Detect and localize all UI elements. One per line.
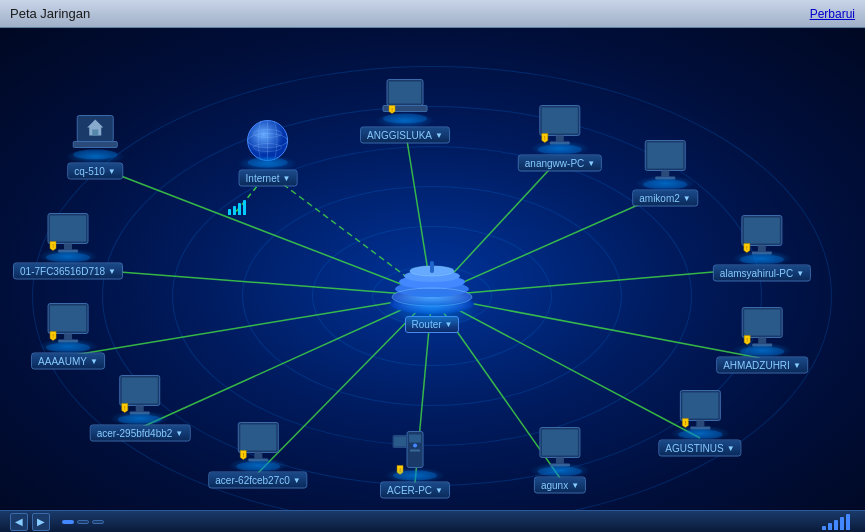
node-ahmadzuhri: ! AHMADZUHRI ▼ (716, 307, 808, 374)
svg-line-5 (432, 268, 760, 296)
node-alamsyahirul-pc: ! alamsyahirul-PC ▼ (713, 215, 811, 282)
nav-prev[interactable]: ◀ (10, 513, 28, 531)
refresh-link[interactable]: Perbarui (810, 7, 855, 21)
node-aaaaumy: ! AAAAUMY ▼ (31, 303, 105, 370)
node-label-01-7fc[interactable]: 01-7FC36516D718 ▼ (13, 263, 123, 280)
node-acer-pc: ! ACER-PC ▼ (380, 432, 450, 499)
node-label-acer-295bfd4bb2[interactable]: acer-295bfd4bb2 ▼ (90, 425, 191, 442)
node-label-amikom2[interactable]: amikom2 ▼ (632, 190, 698, 207)
node-label-alamsyahirul-pc[interactable]: alamsyahirul-PC ▼ (713, 265, 811, 282)
svg-rect-96 (122, 378, 158, 404)
svg-rect-75 (542, 430, 578, 456)
node-anggisluka: ! ANGGISLUKA ▼ (360, 77, 450, 144)
router-node: Router ▼ (387, 259, 477, 333)
page-indicators (62, 520, 104, 524)
node-label-internet[interactable]: Internet ▼ (239, 170, 298, 187)
svg-rect-27 (73, 142, 117, 148)
node-label-acer-62fceb27c0[interactable]: acer-62fceb27c0 ▼ (208, 472, 307, 489)
node-label-cq-510[interactable]: cq-510 ▼ (67, 163, 123, 180)
svg-rect-89 (240, 425, 276, 451)
node-label-anggisluka[interactable]: ANGGISLUKA ▼ (360, 127, 450, 144)
node-label-anangww-pc[interactable]: anangww-PC ▼ (518, 155, 602, 172)
status-left: ◀ ▶ (10, 513, 104, 531)
node-label-agustinus[interactable]: AGUSTINUS ▼ (658, 440, 741, 457)
nav-next[interactable]: ▶ (32, 513, 50, 531)
svg-rect-54 (744, 218, 780, 244)
svg-rect-103 (50, 306, 86, 332)
svg-point-81 (413, 444, 417, 448)
status-bar: ◀ ▶ (0, 510, 865, 532)
svg-rect-110 (50, 216, 86, 242)
svg-rect-49 (647, 143, 683, 169)
node-anangww-pc: ! anangww-PC ▼ (518, 105, 602, 172)
svg-rect-68 (682, 393, 718, 419)
node-internet: Internet ▼ (239, 120, 298, 187)
svg-rect-82 (410, 450, 420, 452)
node-label-ahmadzuhri[interactable]: AHMADZUHRI ▼ (716, 357, 808, 374)
svg-line-12 (68, 296, 432, 356)
signal-icon (228, 200, 246, 215)
node-agunx: agunx ▼ (534, 427, 586, 494)
svg-rect-80 (409, 435, 421, 443)
node-acer-295bfd4bb2: ! acer-295bfd4bb2 ▼ (90, 375, 191, 442)
svg-rect-84 (394, 437, 406, 447)
node-01-7fc: ! 01-7FC36516D718 ▼ (13, 213, 123, 280)
svg-rect-23 (430, 261, 434, 273)
svg-rect-26 (92, 130, 98, 136)
node-label-acer-pc[interactable]: ACER-PC ▼ (380, 482, 450, 499)
node-label-aaaaumy[interactable]: AAAAUMY ▼ (31, 353, 105, 370)
title-bar: Peta Jaringan Perbarui (0, 0, 865, 28)
title-text: Peta Jaringan (10, 6, 90, 21)
svg-rect-42 (542, 108, 578, 134)
svg-rect-36 (389, 82, 421, 104)
bottom-signal-bars (822, 514, 850, 530)
node-amikom2: amikom2 ▼ (632, 140, 698, 207)
node-cq-510: cq-510 ▼ (67, 113, 123, 180)
node-agustinus: ! AGUSTINUS ▼ (658, 390, 741, 457)
network-map: Router ▼ cq-510 ▼ (0, 28, 865, 532)
node-label-agunx[interactable]: agunx ▼ (534, 477, 586, 494)
node-acer-62fceb27c0: ! acer-62fceb27c0 ▼ (208, 422, 307, 489)
svg-rect-61 (744, 310, 780, 336)
